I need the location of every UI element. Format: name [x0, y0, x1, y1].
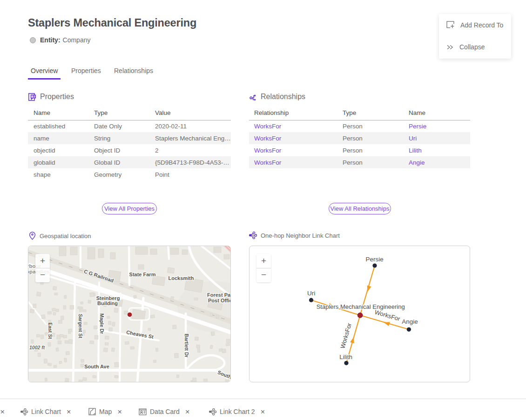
svg-text:Persie: Persie — [366, 256, 384, 263]
svg-text:WorksFor: WorksFor — [339, 322, 353, 349]
svg-text:Sargent St: Sargent St — [78, 314, 83, 339]
svg-text:Post Office: Post Office — [208, 298, 231, 303]
svg-text:Angie: Angie — [402, 318, 418, 325]
svg-text:Uri: Uri — [307, 290, 315, 297]
svg-text:State Farm: State Farm — [129, 272, 156, 277]
svg-text:Lilith: Lilith — [339, 353, 352, 360]
svg-text:Forest Park: Forest Park — [207, 292, 231, 298]
svg-text:Staplers Mechanical Engineerin: Staplers Mechanical Engineering — [317, 303, 405, 310]
svg-text:Building: Building — [97, 300, 118, 306]
svg-text:Locksmith: Locksmith — [168, 275, 194, 281]
svg-text:Maple Dr: Maple Dr — [99, 313, 105, 334]
svg-text:Bartlett Dr: Bartlett Dr — [184, 333, 189, 357]
svg-text:South Ave: South Ave — [84, 364, 109, 369]
svg-text:East St: East St — [47, 322, 53, 339]
svg-text:1002 ft: 1002 ft — [29, 345, 45, 350]
